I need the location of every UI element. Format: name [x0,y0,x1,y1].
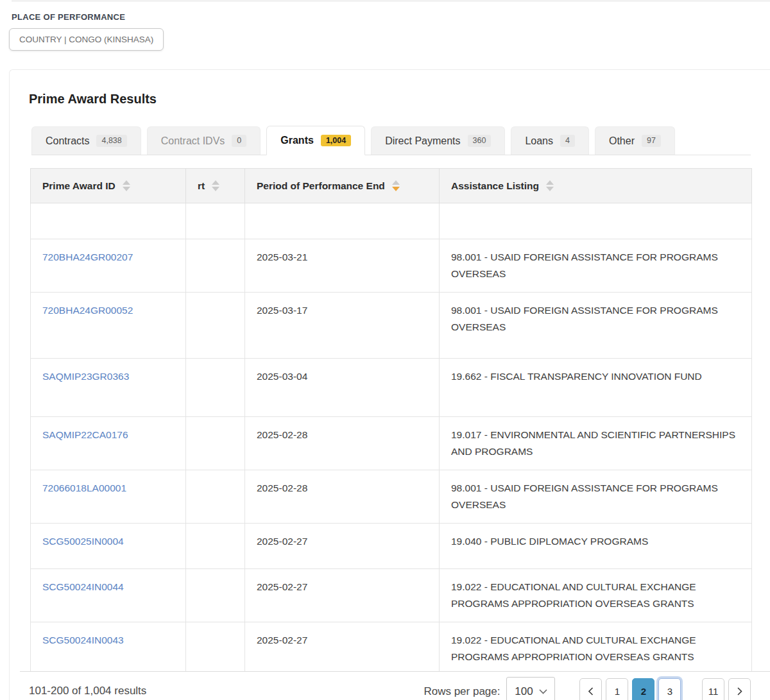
column-label: Period of Performance End [257,180,385,192]
table-header-row: Prime Award ID rt Peri [31,169,752,203]
sort-desc-icon [212,187,219,191]
sort-icon[interactable] [123,180,130,191]
tab-loans-count-badge: 4 [560,135,575,147]
period-end-cell: 2025-02-28 [245,470,440,524]
period-end-cell: 2025-03-17 [245,293,440,359]
sort-asc-icon [546,180,554,185]
table-row: SCG50024IN0043 2025-02-27 19.022 - EDUCA… [31,622,752,676]
table-row: SCG50025IN0004 2025-02-27 19.040 - PUBLI… [31,524,752,569]
previous-page-button[interactable] [579,678,602,700]
page-button-1[interactable]: 1 [606,678,628,700]
table-row: SCG50024IN0044 2025-02-27 19.022 - EDUCA… [31,569,752,622]
column-header-period-of-performance-start-truncated[interactable]: rt [186,169,245,203]
award-id-link[interactable]: 720BHA24GR00052 [42,305,133,316]
rows-per-page-value: 100 [515,685,533,698]
prime-award-results-card: Prime Award Results Contracts 4,838 Cont… [9,69,770,700]
period-end-cell: 2025-02-27 [245,622,440,676]
column-header-assistance-listing[interactable]: Assistance Listing [440,169,752,203]
sort-icon[interactable] [546,180,554,191]
assistance-listing-cell: 19.022 - EDUCATIONAL AND CULTURAL EXCHAN… [440,569,752,622]
period-end-cell: 2025-02-28 [245,417,440,470]
tab-contract-idvs-label: Contract IDVs [161,135,225,147]
column-header-prime-award-id[interactable]: Prime Award ID [31,169,186,203]
rows-per-page-label: Rows per page: [424,685,500,698]
sort-asc-icon [212,180,219,185]
next-page-button[interactable] [728,678,751,700]
tab-direct-payments[interactable]: Direct Payments 360 [371,126,505,155]
tab-grants[interactable]: Grants 1,004 [266,126,365,155]
tab-contracts[interactable]: Contracts 4,838 [31,126,141,155]
award-id-link[interactable]: 720BHA24GR00207 [42,252,133,262]
tab-contracts-label: Contracts [46,135,89,147]
place-of-performance-filter: PLACE OF PERFORMANCE COUNTRY | CONGO (KI… [12,12,164,51]
column-label: rt [198,180,205,192]
tab-grants-count-badge: 1,004 [321,135,351,147]
section-divider [12,1,770,1]
page-button-2-active[interactable]: 2 [632,678,654,700]
assistance-listing-cell: 98.001 - USAID FOREIGN ASSISTANCE FOR PR… [440,470,752,524]
award-id-link[interactable]: SCG50025IN0004 [42,536,124,547]
results-summary: 101-200 of 1,004 results [29,685,146,697]
period-end-cell: 2025-03-21 [245,239,440,293]
assistance-listing-cell: 98.001 - USAID FOREIGN ASSISTANCE FOR PR… [440,293,752,359]
country-filter-chip[interactable]: COUNTRY | CONGO (KINSHASA) [9,28,164,51]
page-button-3[interactable]: 3 [658,678,681,700]
empty-filter-row [31,203,752,239]
tab-contracts-count-badge: 4,838 [96,135,126,147]
chevron-left-icon [588,687,594,696]
sort-asc-icon [392,180,400,185]
award-id-link[interactable]: SCG50024IN0044 [42,581,124,592]
period-end-cell: 2025-03-04 [245,359,440,417]
sort-desc-icon [392,187,400,191]
assistance-listing-cell: 19.040 - PUBLIC DIPLOMACY PROGRAMS [440,524,752,569]
table-row: SAQMIP23GR0363 2025-03-04 19.662 - FISCA… [31,359,752,417]
rows-per-page-select[interactable]: 100 [506,677,555,700]
pagination: 1 2 3 ... 11 [579,678,751,700]
results-table: Prime Award ID rt Peri [30,168,752,700]
assistance-listing-cell: 19.662 - FISCAL TRANSPARENCY INNOVATION … [440,359,752,417]
award-id-link[interactable]: 72066018LA00001 [42,482,126,493]
table-row: SAQMIP22CA0176 2025-02-28 19.017 - ENVIR… [31,417,752,470]
table-footer: 101-200 of 1,004 results Rows per page: … [20,671,770,700]
tab-loans[interactable]: Loans 4 [511,126,589,155]
column-label: Assistance Listing [451,180,539,192]
sort-icon-active-desc[interactable] [392,180,400,191]
chevron-right-icon [737,687,742,696]
sort-desc-icon [546,187,554,191]
place-of-performance-label: PLACE OF PERFORMANCE [12,12,164,22]
chevron-down-icon [539,689,547,694]
tab-direct-payments-count-badge: 360 [468,135,492,147]
award-type-tabs: Contracts 4,838 Contract IDVs 0 Grants 1… [31,126,751,155]
tab-grants-label: Grants [280,135,314,146]
page-button-11[interactable]: 11 [702,678,724,700]
column-header-period-of-performance-end[interactable]: Period of Performance End [245,169,440,203]
tab-other[interactable]: Other 97 [595,126,675,155]
sort-asc-icon [123,180,130,185]
tab-other-label: Other [609,135,635,147]
table-row: 72066018LA00001 2025-02-28 98.001 - USAI… [31,470,752,524]
column-label: Prime Award ID [42,180,116,192]
sort-icon[interactable] [212,180,219,191]
award-id-link[interactable]: SCG50024IN0043 [42,635,124,645]
table-row: 720BHA24GR00207 2025-03-21 98.001 - USAI… [31,239,752,293]
tab-contract-idvs-count-badge: 0 [232,135,246,147]
pagination-ellipsis: ... [685,697,698,700]
assistance-listing-cell: 98.001 - USAID FOREIGN ASSISTANCE FOR PR… [440,239,752,293]
tab-direct-payments-label: Direct Payments [385,135,460,147]
tab-contract-idvs[interactable]: Contract IDVs 0 [147,126,261,155]
period-end-cell: 2025-02-27 [245,524,440,569]
period-end-cell: 2025-02-27 [245,569,440,622]
page: PLACE OF PERFORMANCE COUNTRY | CONGO (KI… [0,0,770,700]
results-title: Prime Award Results [29,92,751,107]
tab-other-count-badge: 97 [642,135,661,147]
award-id-link[interactable]: SAQMIP23GR0363 [42,371,129,382]
award-id-link[interactable]: SAQMIP22CA0176 [42,429,128,440]
table-row: 720BHA24GR00052 2025-03-17 98.001 - USAI… [31,293,752,359]
tab-loans-label: Loans [525,135,553,147]
assistance-listing-cell: 19.017 - ENVIRONMENTAL AND SCIENTIFIC PA… [440,417,752,470]
sort-desc-icon [123,187,130,191]
assistance-listing-cell: 19.022 - EDUCATIONAL AND CULTURAL EXCHAN… [440,622,752,676]
